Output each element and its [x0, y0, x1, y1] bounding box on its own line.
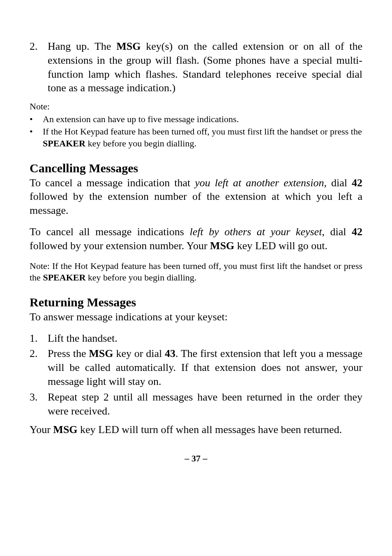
note-bullet-1: • An extension can have up to five messa…	[30, 114, 362, 125]
text: dial	[327, 177, 352, 189]
text: followed by the extension number of the …	[30, 190, 362, 216]
msg-key-label: MSG	[89, 348, 113, 359]
note-bullet-2: • If the Hot Keypad feature has been tur…	[30, 126, 362, 149]
text: key	[78, 424, 99, 436]
paragraph: To cancel all message indications left b…	[30, 225, 362, 253]
speaker-key-label: SPEAKER	[43, 272, 85, 283]
intro-paragraph: To answer message indications at your ke…	[30, 310, 362, 324]
list-number: 1.	[30, 331, 48, 345]
dial-code: 42	[352, 177, 362, 189]
list-item-step-1: 1. Lift the handset.	[30, 331, 362, 345]
heading-cancelling-messages: Cancelling Messages	[30, 161, 362, 175]
note-text: If the Hot Keypad feature has been turne…	[43, 126, 362, 149]
text: followed by your extension number. Your	[30, 240, 210, 252]
text: Hang up. The	[48, 40, 116, 52]
text: Press the	[48, 348, 89, 359]
list-item-step-3: 3. Repeat step 2 until all messages have…	[30, 390, 362, 418]
text: key before you begin dialling.	[85, 138, 196, 148]
text: Your	[30, 424, 53, 436]
note-label: Note:	[30, 101, 362, 113]
heading-returning-messages: Returning Messages	[30, 295, 362, 309]
text: To cancel all message indications	[30, 226, 189, 238]
text: key	[234, 240, 255, 252]
list-body: Repeat step 2 until all messages have be…	[48, 390, 362, 418]
msg-key-label: MSG	[116, 40, 141, 52]
italic-text: left by others at your keyset	[189, 226, 322, 238]
list-body: Lift the handset.	[48, 331, 362, 345]
text: key or dial	[113, 348, 165, 359]
list-item-step-2: 2. Press the MSG key or dial 43. The fir…	[30, 347, 362, 388]
italic-text: you left at another extension,	[195, 177, 327, 189]
speaker-key-label: SPEAKER	[43, 138, 85, 148]
bullet-icon: •	[30, 126, 43, 149]
document-page: 2. Hang up. The MSG key(s) on the called…	[0, 0, 392, 556]
dial-code: 43	[165, 348, 175, 359]
text: , dial	[322, 226, 352, 238]
msg-key-label: MSG	[210, 240, 234, 252]
text: If the Hot Keypad feature has been turne…	[43, 126, 362, 137]
bullet-icon: •	[30, 114, 43, 125]
page-number: – 37 –	[30, 453, 362, 464]
text: key before you begin dialling.	[85, 272, 196, 283]
led-label: LED	[255, 240, 276, 252]
paragraph: Your MSG key LED will turn off when all …	[30, 423, 362, 437]
dial-code: 42	[352, 226, 362, 238]
text: will turn off when all messages have bee…	[119, 424, 342, 436]
list-number: 3.	[30, 390, 48, 418]
note-text: An extension can have up to five message…	[43, 114, 362, 125]
list-number: 2.	[30, 347, 48, 388]
paragraph: To cancel a message indication that you …	[30, 176, 362, 218]
text: will go out.	[276, 240, 327, 252]
list-body: Hang up. The MSG key(s) on the called ex…	[48, 39, 362, 95]
list-number: 2.	[30, 39, 48, 95]
list-item-step-2: 2. Hang up. The MSG key(s) on the called…	[30, 39, 362, 95]
note-paragraph: Note: If the Hot Keypad feature has been…	[30, 260, 362, 284]
led-label: LED	[98, 424, 119, 436]
msg-key-label: MSG	[53, 424, 77, 436]
list-body: Press the MSG key or dial 43. The first …	[48, 347, 362, 388]
text: To cancel a message indication that	[30, 177, 195, 189]
